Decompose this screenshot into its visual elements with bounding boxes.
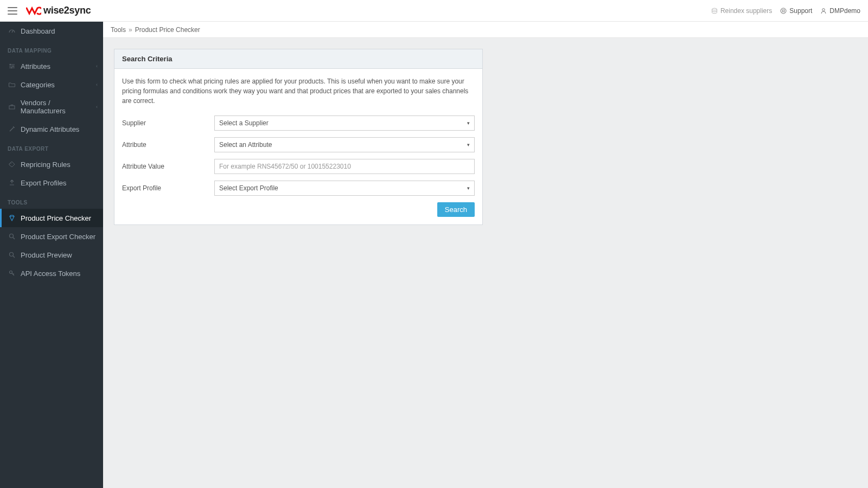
attribute-select[interactable]: Select an Attribute ▾ (214, 137, 475, 152)
chevron-left-icon: ‹ (96, 82, 98, 87)
sidebar-item-export-checker[interactable]: Product Export Checker (0, 227, 103, 246)
brand-logo-mark (26, 6, 41, 16)
sidebar-item-label: Export Profiles (21, 179, 67, 187)
sidebar-item-label: Dynamic Attributes (21, 125, 79, 133)
gauge-icon (8, 27, 16, 35)
sidebar-section-tools: TOOLS (0, 192, 103, 209)
sidebar-item-label: Vendors / Manufacturers (21, 99, 95, 115)
user-icon (820, 7, 827, 15)
sidebar-section-export: DATA EXPORT (0, 138, 103, 155)
sidebar-item-repricing[interactable]: Repricing Rules (0, 155, 103, 174)
top-header: wise2sync Reindex suppliers Support DMPd… (0, 0, 868, 22)
database-icon (711, 7, 718, 15)
sidebar-item-label: API Access Tokens (21, 269, 80, 278)
hamburger-icon[interactable] (8, 7, 18, 15)
breadcrumb-parent[interactable]: Tools (111, 26, 126, 34)
sidebar-item-label: Product Export Checker (21, 233, 95, 241)
briefcase-icon (8, 102, 16, 111)
svg-point-11 (10, 271, 12, 274)
diamond-icon (8, 214, 16, 222)
sidebar-item-export-profiles[interactable]: Export Profiles (0, 174, 103, 192)
svg-rect-7 (9, 106, 15, 109)
svg-point-5 (12, 66, 14, 67)
brand-text: wise2sync (43, 5, 91, 16)
caret-down-icon: ▾ (467, 185, 470, 191)
svg-point-10 (10, 253, 14, 256)
sidebar-item-label: Categories (21, 81, 55, 89)
lifebuoy-icon (780, 7, 787, 15)
tag-icon (8, 160, 16, 169)
export-icon (8, 178, 16, 187)
content-area: Search Criteria Use this form to check w… (103, 38, 868, 488)
search-button[interactable]: Search (437, 202, 475, 217)
search-criteria-panel: Search Criteria Use this form to check w… (114, 49, 483, 225)
panel-description: Use this form to check what pricing rule… (122, 76, 475, 106)
svg-point-0 (712, 8, 717, 10)
panel-title: Search Criteria (114, 49, 482, 69)
sidebar-item-api-tokens[interactable]: API Access Tokens (0, 264, 103, 282)
sliders-icon (8, 62, 16, 70)
sidebar-section-mapping: DATA MAPPING (0, 40, 103, 57)
sidebar-item-dashboard[interactable]: Dashboard (0, 22, 103, 40)
svg-point-6 (11, 67, 12, 68)
export-profile-select[interactable]: Select Export Profile ▾ (214, 181, 475, 196)
main-area: Tools » Product Price Checker Search Cri… (103, 22, 868, 488)
sidebar: Dashboard DATA MAPPING Attributes ‹ Cate… (0, 22, 103, 488)
svg-point-3 (822, 8, 825, 11)
sidebar-item-categories[interactable]: Categories ‹ (0, 75, 103, 94)
attribute-value-input[interactable] (214, 159, 475, 174)
brand-logo[interactable]: wise2sync (26, 5, 91, 16)
user-menu[interactable]: DMPdemo (820, 7, 860, 15)
supplier-label: Supplier (122, 119, 214, 127)
reindex-suppliers-link[interactable]: Reindex suppliers (711, 7, 772, 15)
wand-icon (8, 125, 16, 133)
sidebar-item-label: Dashboard (21, 27, 55, 35)
support-link[interactable]: Support (780, 7, 812, 15)
search-icon (8, 232, 16, 241)
svg-point-9 (10, 234, 14, 238)
caret-down-icon: ▾ (467, 120, 470, 126)
sidebar-item-attributes[interactable]: Attributes ‹ (0, 57, 103, 75)
svg-point-4 (10, 64, 11, 65)
breadcrumb-separator: » (129, 26, 132, 34)
breadcrumb-current: Product Price Checker (135, 26, 200, 34)
sidebar-item-label: Product Price Checker (21, 214, 91, 222)
sidebar-item-dynamic-attributes[interactable]: Dynamic Attributes (0, 120, 103, 138)
sidebar-item-vendors[interactable]: Vendors / Manufacturers ‹ (0, 94, 103, 120)
chevron-left-icon: ‹ (96, 63, 98, 69)
sidebar-item-product-preview[interactable]: Product Preview (0, 246, 103, 264)
export-profile-label: Export Profile (122, 184, 214, 192)
breadcrumb: Tools » Product Price Checker (103, 22, 868, 38)
sidebar-item-label: Repricing Rules (21, 160, 71, 169)
attribute-value-label: Attribute Value (122, 163, 214, 170)
chevron-left-icon: ‹ (96, 104, 98, 110)
sidebar-item-price-checker[interactable]: Product Price Checker (0, 209, 103, 227)
svg-point-2 (782, 10, 784, 12)
sidebar-item-label: Product Preview (21, 251, 72, 259)
svg-point-8 (10, 163, 11, 164)
caret-down-icon: ▾ (467, 142, 470, 147)
sidebar-item-label: Attributes (21, 62, 50, 70)
attribute-label: Attribute (122, 141, 214, 149)
key-icon (8, 269, 16, 278)
folder-icon (8, 80, 16, 89)
supplier-select[interactable]: Select a Supplier ▾ (214, 115, 475, 131)
search-icon (8, 251, 16, 259)
